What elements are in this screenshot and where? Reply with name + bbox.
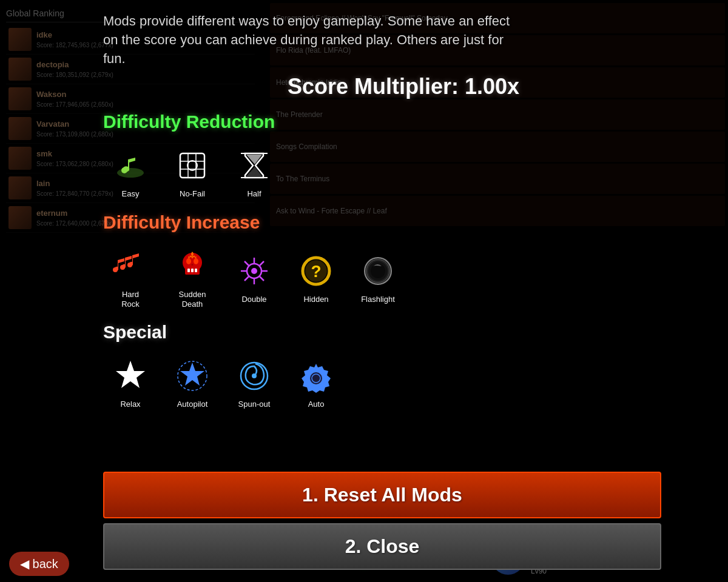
svg-line-26 <box>260 276 264 281</box>
svg-line-27 <box>260 261 264 266</box>
svg-rect-18 <box>191 269 194 272</box>
mod-nofail-label: No-Fail <box>180 189 205 199</box>
svg-point-1 <box>121 167 127 173</box>
half-icon <box>233 144 275 187</box>
mod-selection-panel: Mods provide different ways to enjoy gam… <box>79 0 728 582</box>
score-multiplier: Score Multiplier: 1.00x <box>103 74 704 99</box>
rank-avatar-5 <box>8 147 32 170</box>
mod-death-label: SuddenDeath <box>179 290 206 309</box>
section-special-label: Special <box>103 322 704 343</box>
rank-avatar-2 <box>8 58 32 81</box>
svg-point-16 <box>194 258 198 264</box>
reset-all-mods-button[interactable]: 1. Reset All Mods <box>103 472 661 518</box>
mod-hardrock-label: HardRock <box>121 290 140 309</box>
svg-line-28 <box>244 276 249 281</box>
special-mods-row: Relax Autopilot <box>103 351 704 413</box>
flashlight-icon <box>357 250 399 292</box>
bottom-buttons: 1. Reset All Mods 2. Close <box>103 472 661 570</box>
mod-easy-button[interactable]: Easy <box>103 141 158 202</box>
svg-point-12 <box>127 263 132 267</box>
mod-spunout-button[interactable]: Spun-out <box>227 351 281 413</box>
mod-half-label: Half <box>247 189 261 199</box>
hidden-icon: ? <box>295 250 337 292</box>
mod-double-button[interactable]: Double <box>227 246 281 308</box>
auto-icon <box>295 355 337 397</box>
mod-relax-label: Relax <box>120 400 140 409</box>
section-reduction-label: Difficulty Reduction <box>103 112 704 132</box>
mod-relax-button[interactable]: Relax <box>103 351 158 413</box>
section-increase-label: Difficulty Increase <box>103 212 704 233</box>
double-icon <box>233 250 275 292</box>
close-button[interactable]: 2. Close <box>103 523 661 570</box>
svg-point-11 <box>120 265 125 270</box>
svg-rect-2 <box>180 153 204 178</box>
mod-auto-button[interactable]: Auto <box>289 351 343 413</box>
nofail-icon <box>171 144 214 187</box>
svg-marker-38 <box>116 361 145 388</box>
rank-avatar-7 <box>8 206 32 229</box>
rank-avatar-6 <box>8 176 32 199</box>
svg-point-0 <box>117 168 144 178</box>
mod-double-label: Double <box>241 295 266 304</box>
mod-hardrock-button[interactable]: HardRock <box>103 241 158 312</box>
svg-point-10 <box>113 267 118 272</box>
mod-nofail-button[interactable]: No-Fail <box>165 141 220 202</box>
mod-hidden-label: Hidden <box>303 295 328 304</box>
mod-easy-label: Easy <box>122 189 140 199</box>
mod-hidden-button[interactable]: ? Hidden <box>289 246 343 308</box>
reduction-mods-row: Easy No-Fail <box>103 141 704 202</box>
mod-description: Mods provide different ways to enjoy gam… <box>103 12 528 68</box>
mod-autopilot-button[interactable]: Autopilot <box>165 351 220 413</box>
mod-half-button[interactable]: Half <box>227 141 281 202</box>
mod-flashlight-label: Flashlight <box>361 295 395 304</box>
svg-text:?: ? <box>311 262 321 281</box>
svg-point-29 <box>251 268 257 274</box>
svg-marker-40 <box>180 363 204 386</box>
hardrock-icon <box>109 245 152 287</box>
autopilot-icon <box>171 355 214 397</box>
relax-icon <box>109 355 152 397</box>
easy-icon <box>109 144 152 187</box>
spunout-icon <box>233 355 275 397</box>
svg-line-25 <box>244 261 249 266</box>
back-button[interactable]: ◀ back <box>9 552 69 576</box>
mod-flashlight-button[interactable]: Flashlight <box>351 246 405 308</box>
svg-point-15 <box>186 258 191 264</box>
svg-point-36 <box>371 264 385 278</box>
mod-autopilot-label: Autopilot <box>177 400 208 409</box>
rank-avatar-1 <box>8 28 32 51</box>
increase-mods-row: HardRock <box>103 241 704 312</box>
rank-avatar-3 <box>8 87 32 110</box>
rank-avatar-4 <box>8 117 32 140</box>
mod-spunout-label: Spun-out <box>238 400 271 409</box>
death-icon <box>171 245 214 287</box>
mod-death-button[interactable]: SuddenDeath <box>165 241 220 312</box>
svg-rect-17 <box>187 269 190 272</box>
svg-rect-19 <box>195 269 197 272</box>
svg-point-42 <box>252 373 257 378</box>
mod-auto-label: Auto <box>308 400 325 409</box>
